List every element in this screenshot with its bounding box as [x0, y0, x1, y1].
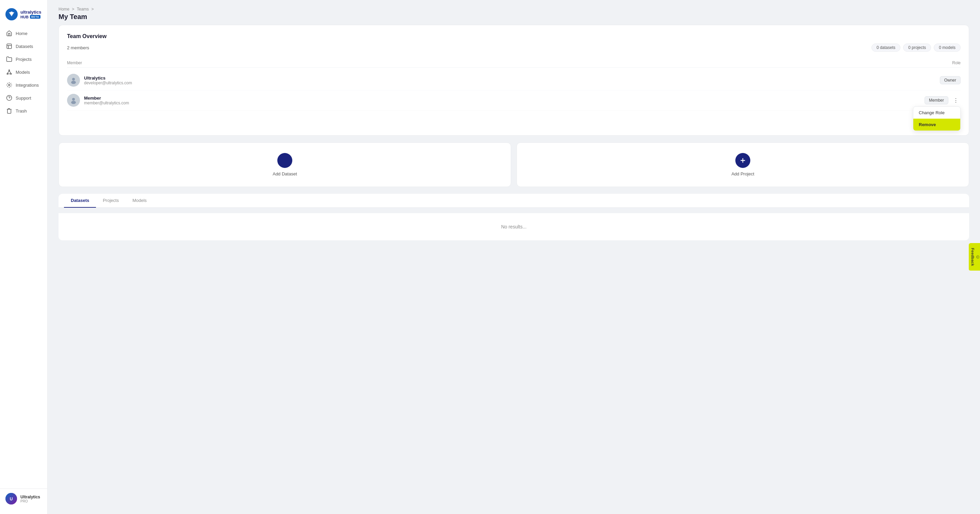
svg-point-13: [72, 78, 75, 81]
stat-models: 0 models: [934, 43, 961, 52]
member-email-1: developer@ultralytics.com: [84, 81, 132, 85]
avatar: U: [5, 493, 17, 504]
trash-icon: [6, 108, 12, 114]
svg-rect-2: [7, 44, 11, 49]
dropdown-menu: Change Role Remove: [913, 106, 961, 131]
invite-row: Invite: [67, 116, 961, 127]
member-table: Member Role Ultralytics: [67, 59, 961, 111]
sidebar-item-label-support: Support: [16, 95, 31, 101]
add-project-card[interactable]: Add Project: [517, 143, 969, 187]
svg-point-3: [9, 70, 10, 71]
stats-badges: 0 datasets 0 projects 0 models: [872, 43, 961, 52]
team-stats-row: 2 members 0 datasets 0 projects 0 models: [67, 43, 961, 52]
sidebar: ultralytics HUB BETA Home: [0, 0, 48, 514]
home-icon: [6, 30, 12, 36]
beta-badge: BETA: [30, 15, 40, 19]
projects-icon: [6, 56, 12, 62]
sidebar-item-projects[interactable]: Projects: [3, 53, 45, 65]
tab-models[interactable]: Models: [126, 194, 153, 208]
user-name: Ultralytics: [21, 495, 40, 500]
svg-point-9: [8, 84, 10, 86]
sidebar-item-trash[interactable]: Trash: [3, 105, 45, 117]
avatar-2: [67, 94, 80, 107]
role-badge-1: Owner: [940, 76, 961, 84]
sidebar-item-label-home: Home: [16, 31, 27, 36]
feedback-label: Feedback: [970, 248, 975, 266]
header: Home > Teams > My Team: [48, 0, 980, 25]
svg-line-6: [8, 71, 9, 73]
no-results-text: No results...: [501, 224, 527, 230]
support-icon: [6, 95, 12, 101]
sidebar-item-label-models: Models: [16, 70, 30, 75]
sidebar-item-label-datasets: Datasets: [16, 44, 33, 49]
tab-datasets[interactable]: Datasets: [64, 194, 96, 208]
add-dataset-label: Add Dataset: [272, 171, 297, 176]
page-title: My Team: [59, 13, 969, 21]
sidebar-item-home[interactable]: Home: [3, 27, 45, 40]
app-hub: HUB: [21, 15, 29, 19]
breadcrumb: Home > Teams >: [59, 7, 969, 11]
add-project-label: Add Project: [731, 171, 754, 176]
avatar-1: [67, 74, 80, 87]
add-dataset-icon: [277, 153, 292, 168]
role-badge-2: Member: [924, 96, 948, 105]
sidebar-item-models[interactable]: Models: [3, 66, 45, 78]
sidebar-item-support[interactable]: Support: [3, 92, 45, 104]
tabs: Datasets Projects Models: [59, 194, 969, 208]
breadcrumb-teams[interactable]: Teams: [77, 7, 89, 11]
col-header-member: Member: [67, 60, 82, 65]
content-area: Team Overview 2 members 0 datasets 0 pro…: [48, 25, 980, 251]
svg-point-15: [72, 98, 75, 101]
integrations-icon: [6, 82, 12, 88]
member-role-area-1: Owner: [940, 76, 961, 84]
member-email-2: member@ultralytics.com: [84, 101, 129, 105]
datasets-icon: [6, 43, 12, 49]
sidebar-item-datasets[interactable]: Datasets: [3, 40, 45, 52]
breadcrumb-home[interactable]: Home: [59, 7, 69, 11]
svg-line-7: [9, 71, 11, 73]
svg-point-14: [71, 81, 76, 84]
team-overview-title: Team Overview: [67, 33, 961, 40]
col-header-role: Role: [952, 60, 961, 65]
add-cards-row: Add Dataset Add Project: [59, 143, 969, 187]
sidebar-item-label-projects: Projects: [16, 57, 32, 62]
svg-point-16: [71, 101, 76, 104]
member-name-1: Ultralytics: [84, 76, 132, 81]
main-content: Home > Teams > My Team Team Overview 2 m…: [48, 0, 980, 514]
remove-item[interactable]: Remove: [913, 119, 960, 130]
tabs-section: Datasets Projects Models No results...: [59, 194, 969, 240]
add-project-icon: [735, 153, 750, 168]
members-count: 2 members: [67, 45, 89, 50]
sidebar-footer: U Ultralytics PRO: [0, 489, 47, 509]
feedback-button[interactable]: ☺ Feedback: [969, 243, 980, 271]
svg-point-1: [10, 11, 13, 14]
user-plan: PRO: [21, 500, 40, 503]
sidebar-item-integrations[interactable]: Integrations: [3, 79, 45, 91]
table-row: Member member@ultralytics.com Member ⋮ C…: [67, 90, 961, 111]
app-name: ultralytics: [21, 10, 41, 15]
logo: ultralytics HUB BETA: [0, 5, 47, 27]
feedback-icon: ☺: [975, 255, 980, 260]
add-dataset-card[interactable]: Add Dataset: [59, 143, 511, 187]
svg-text:U: U: [10, 497, 13, 501]
stat-projects: 0 projects: [903, 43, 931, 52]
member-info-1: Ultralytics developer@ultralytics.com: [67, 74, 132, 87]
member-table-header: Member Role: [67, 59, 961, 68]
sidebar-nav: Home Datasets Projects: [0, 27, 47, 489]
member-role-area-2: Member ⋮ Change Role Remove: [924, 95, 961, 105]
tab-projects[interactable]: Projects: [96, 194, 126, 208]
change-role-item[interactable]: Change Role: [913, 107, 960, 119]
sidebar-item-label-integrations: Integrations: [16, 82, 39, 88]
stat-datasets: 0 datasets: [872, 43, 900, 52]
sidebar-item-label-trash: Trash: [16, 108, 27, 114]
member-name-2: Member: [84, 95, 129, 101]
team-overview-card: Team Overview 2 members 0 datasets 0 pro…: [59, 25, 969, 136]
table-row: Ultralytics developer@ultralytics.com Ow…: [67, 70, 961, 90]
more-options-button[interactable]: ⋮: [951, 95, 961, 105]
models-icon: [6, 69, 12, 75]
no-results-area: No results...: [59, 213, 969, 240]
member-info-2: Member member@ultralytics.com: [67, 94, 129, 107]
